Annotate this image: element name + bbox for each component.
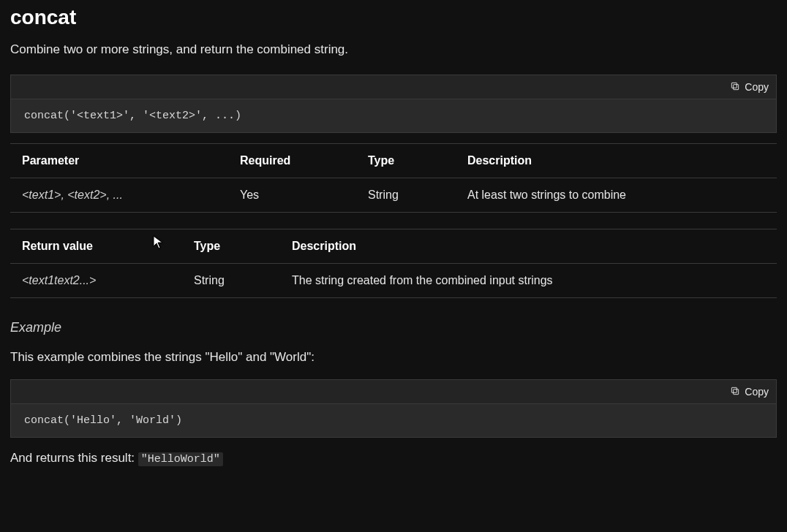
- function-heading: concat: [10, 6, 777, 29]
- code-header: Copy: [11, 75, 776, 99]
- col-description: Description: [280, 229, 777, 264]
- cell-required: Yes: [228, 178, 356, 213]
- svg-rect-2: [734, 389, 739, 394]
- col-return-value: Return value: [10, 229, 182, 264]
- cell-type: String: [356, 178, 456, 213]
- parameters-table: Parameter Required Type Description <tex…: [10, 143, 777, 213]
- syntax-code: concat('<text1>', '<text2>', ...): [11, 99, 776, 132]
- lead-paragraph: Combine two or more strings, and return …: [10, 42, 777, 57]
- copy-button[interactable]: Copy: [730, 386, 769, 398]
- svg-rect-3: [732, 387, 737, 392]
- svg-rect-1: [732, 83, 737, 88]
- table-header-row: Parameter Required Type Description: [10, 144, 777, 178]
- col-description: Description: [456, 144, 777, 178]
- copy-icon: [730, 386, 740, 398]
- col-required: Required: [228, 144, 356, 178]
- doc-page: concat Combine two or more strings, and …: [0, 6, 787, 480]
- example-result: And returns this result: "HelloWorld": [10, 451, 777, 466]
- cell-parameter: <text1>, <text2>, ...: [10, 178, 228, 213]
- cell-description: At least two strings to combine: [456, 178, 777, 213]
- code-header: Copy: [11, 380, 776, 404]
- cell-type: String: [182, 264, 280, 298]
- copy-label: Copy: [745, 386, 769, 398]
- return-table: Return value Type Description <text1text…: [10, 229, 777, 298]
- cell-return-value: <text1text2...>: [10, 264, 182, 298]
- example-code-block: Copy concat('Hello', 'World'): [10, 379, 777, 438]
- table-row: <text1text2...> String The string create…: [10, 264, 777, 298]
- copy-icon: [730, 81, 740, 94]
- col-type: Type: [356, 144, 456, 178]
- copy-label: Copy: [745, 81, 769, 93]
- col-type: Type: [182, 229, 280, 264]
- example-code: concat('Hello', 'World'): [11, 404, 776, 437]
- table-header-row: Return value Type Description: [10, 229, 777, 264]
- example-lead: This example combines the strings "Hello…: [10, 350, 777, 365]
- table-row: <text1>, <text2>, ... Yes String At leas…: [10, 178, 777, 213]
- syntax-code-block: Copy concat('<text1>', '<text2>', ...): [10, 75, 777, 133]
- copy-button[interactable]: Copy: [730, 81, 769, 94]
- result-prefix: And returns this result:: [10, 451, 138, 465]
- result-value: "HelloWorld": [138, 452, 223, 466]
- col-parameter: Parameter: [10, 144, 228, 178]
- svg-rect-0: [734, 84, 739, 89]
- example-heading: Example: [10, 320, 777, 335]
- cell-description: The string created from the combined inp…: [280, 264, 777, 298]
